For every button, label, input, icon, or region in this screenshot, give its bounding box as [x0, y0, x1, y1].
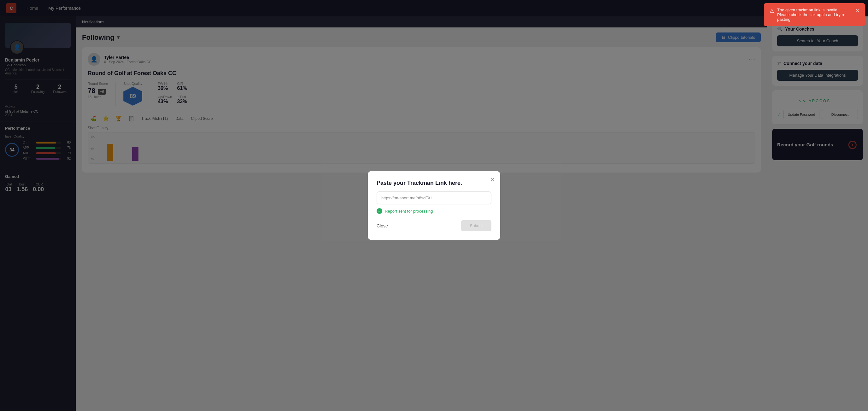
modal-close-button[interactable]: Close	[377, 223, 388, 228]
modal-close-x-button[interactable]: ✕	[490, 176, 495, 184]
toast-message: The given trackman link is invalid. Plea…	[777, 7, 852, 22]
modal-title: Paste your Trackman Link here.	[377, 180, 491, 186]
trackman-link-input[interactable]	[377, 191, 491, 204]
success-text: Report sent for processing	[385, 209, 433, 214]
trackman-modal: Paste your Trackman Link here. ✕ ✓ Repor…	[368, 171, 500, 240]
modal-submit-button[interactable]: Submit	[461, 220, 491, 231]
modal-actions: Close Submit	[377, 220, 491, 231]
warning-icon: ⚠	[770, 8, 774, 14]
toast-close-button[interactable]: ✕	[855, 7, 859, 13]
success-icon: ✓	[377, 208, 382, 214]
modal-success-message: ✓ Report sent for processing	[377, 208, 491, 214]
error-toast: ⚠ The given trackman link is invalid. Pl…	[764, 3, 865, 26]
modal-overlay[interactable]: Paste your Trackman Link here. ✕ ✓ Repor…	[0, 0, 868, 411]
